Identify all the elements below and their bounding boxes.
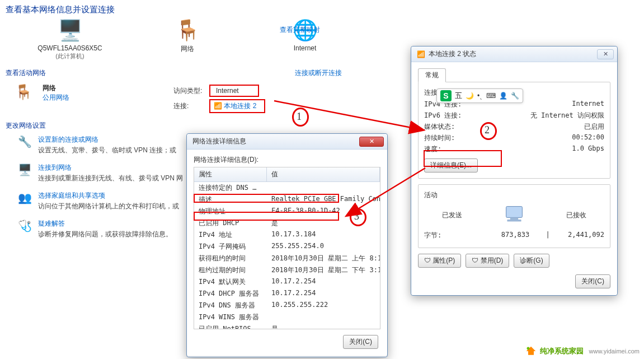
table-row[interactable]: IPv4 DHCP 服务器10.17.2.254 xyxy=(194,288,380,300)
prop-cell: 已启用 DHCP xyxy=(194,217,267,229)
computer-icon: 🖥️ xyxy=(57,18,83,42)
table-row[interactable]: 获得租约的时间2018年10月30日 星期二 上午 8:1 xyxy=(194,253,380,264)
val-cell: 10.17.2.254 xyxy=(267,276,380,288)
device-this-computer: 🖥️ Q5WFL15AA0S6X5C (此计算机) xyxy=(34,18,106,60)
activity-group-label: 活动 xyxy=(424,190,604,200)
active-net-name: 网络 xyxy=(43,83,166,93)
view-full-map-link[interactable]: 查看完整映射 xyxy=(280,25,320,35)
status-close-x[interactable]: ✕ xyxy=(597,49,614,59)
bytes-label: 字节: xyxy=(424,231,491,240)
device-network: 🪑 网络 xyxy=(151,18,224,60)
option-icon: 🩺 xyxy=(17,219,32,232)
table-row[interactable]: IPv4 WINS 服务器 xyxy=(194,311,380,323)
tab-general[interactable]: 常规 xyxy=(418,68,446,82)
media-label: 媒体状态: xyxy=(424,122,491,132)
val-cell xyxy=(267,182,380,194)
internet-label: Internet xyxy=(269,44,341,52)
details-table[interactable]: 属性 值 连接特定的 DNS 后缀描述Realtek PCIe GBE Fami… xyxy=(194,167,380,329)
option-link[interactable]: 连接到网络 xyxy=(38,164,72,171)
recv-label: 已接收 xyxy=(548,211,604,220)
status-dialog: 📶 本地连接 2 状态 ✕ 常规 连接 IPv4 连接:Internet IPv… xyxy=(411,46,618,296)
prop-cell: 租约过期的时间 xyxy=(194,264,267,276)
page-title: 查看基本网络信息并设置连接 xyxy=(0,0,644,18)
sent-label: 已发送 xyxy=(424,211,480,220)
option-desc: 连接到或重新连接到无线、有线、拨号或 VPN 网 xyxy=(38,174,183,183)
option-icon: 🔧 xyxy=(17,135,32,148)
val-cell: 是 xyxy=(267,217,380,229)
connect-disconnect-link[interactable]: 连接或断开连接 xyxy=(295,68,342,78)
table-row[interactable]: 租约过期的时间2018年10月30日 星期二 下午 3:1 xyxy=(194,264,380,276)
ime-toolbar[interactable]: S 五 🌙 •ˎ ⌨ 👤 🔧 xyxy=(436,88,523,103)
ipv6-label: IPv6 连接: xyxy=(424,111,491,120)
option-link[interactable]: 疑难解答 xyxy=(38,220,65,227)
option-desc: 设置无线、宽带、拨号、临时或 VPN 连接；或 xyxy=(38,146,176,155)
duration-value: 00:52:00 xyxy=(491,133,604,143)
annotation-3: 3 xyxy=(354,211,359,222)
diagnose-button[interactable]: 诊断(G) xyxy=(514,254,549,268)
val-cell: F4-8E-38-B0-1D-42 xyxy=(267,206,380,217)
table-row[interactable]: IPv4 地址10.17.3.184 xyxy=(194,229,380,241)
ime-logo-icon: S xyxy=(440,90,452,101)
ipv6-value: 无 Internet 访问权限 xyxy=(491,111,604,120)
table-row[interactable]: IPv4 默认网关10.17.2.254 xyxy=(194,276,380,288)
prop-cell: IPv4 DHCP 服务器 xyxy=(194,288,267,300)
col-property[interactable]: 属性 xyxy=(194,167,267,181)
details-label: 网络连接详细信息(D): xyxy=(194,155,380,165)
val-cell xyxy=(267,311,380,323)
table-row[interactable]: 描述Realtek PCIe GBE Family Contro xyxy=(194,194,380,206)
network-icon: 🪑 xyxy=(174,18,201,42)
watermark-text: 纯净系统家园 xyxy=(540,346,584,356)
option-desc: 访问位于其他网络计算机上的文件和打印机，或 xyxy=(38,202,179,211)
keyboard-icon[interactable]: ⌨ xyxy=(486,92,496,100)
wrench-icon[interactable]: 🔧 xyxy=(511,92,519,100)
details-close-x[interactable]: ✕ xyxy=(359,137,384,147)
watermark-icon xyxy=(525,346,537,357)
speed-label: 速度: xyxy=(424,144,491,154)
val-cell: 10.17.3.184 xyxy=(267,229,380,241)
table-row[interactable]: 物理地址F4-8E-38-B0-1D-42 xyxy=(194,206,380,217)
view-active-networks-label: 查看活动网络 xyxy=(6,68,46,78)
table-row[interactable]: 已启用 DHCP是 xyxy=(194,217,380,229)
annotation-2: 2 xyxy=(485,124,490,136)
bytes-sent: 873,833 xyxy=(491,231,539,240)
access-type-label: 访问类型: xyxy=(173,86,207,96)
connection-link[interactable]: 本地连接 2 xyxy=(224,102,256,110)
svg-rect-1 xyxy=(510,217,518,220)
option-link[interactable]: 设置新的连接或网络 xyxy=(38,136,98,143)
col-value[interactable]: 值 xyxy=(267,167,380,181)
media-value: 已启用 xyxy=(491,122,604,132)
person-icon[interactable]: 👤 xyxy=(499,92,507,100)
moon-icon[interactable]: 🌙 xyxy=(466,92,474,100)
val-cell: Realtek PCIe GBE Family Contro xyxy=(267,194,380,206)
network-category-link[interactable]: 公用网络 xyxy=(43,94,69,101)
speed-value: 1.0 Gbps xyxy=(491,144,604,154)
network-label: 网络 xyxy=(151,44,224,54)
table-row[interactable]: IPv4 DNS 服务器10.255.255.222 xyxy=(194,300,380,311)
prop-cell: 描述 xyxy=(194,194,267,206)
details-close-button[interactable]: 关闭(C) xyxy=(343,335,378,349)
table-row[interactable]: IPv4 子网掩码255.255.254.0 xyxy=(194,241,380,253)
details-dialog: 网络连接详细信息 ✕ 网络连接详细信息(D): 属性 值 连接特定的 DNS 后… xyxy=(186,133,388,357)
disable-button[interactable]: 🛡 禁用(D) xyxy=(466,254,509,268)
prop-cell: 物理地址 xyxy=(194,206,267,217)
details-button[interactable]: 详细信息(E)... xyxy=(424,158,478,172)
watermark: 纯净系统家园 www.yidaimei.com xyxy=(525,346,640,357)
properties-button[interactable]: 🛡 属性(P) xyxy=(418,254,461,268)
access-type-value: Internet xyxy=(216,87,239,95)
dot-icon[interactable]: •ˎ xyxy=(477,92,483,100)
option-icon: 🖥️ xyxy=(17,163,32,176)
option-link[interactable]: 选择家庭组和共享选项 xyxy=(38,192,105,199)
details-dialog-title: 网络连接详细信息 xyxy=(192,137,359,146)
option-desc: 诊断并修复网络问题，或获得故障排除信息。 xyxy=(38,230,172,239)
val-cell: 10.255.255.222 xyxy=(267,300,380,311)
activity-icon xyxy=(502,204,527,226)
active-net-props: 访问类型: Internet 连接: 📶 本地连接 2 xyxy=(173,83,265,114)
status-close-button[interactable]: 关闭(C) xyxy=(575,274,610,288)
svg-rect-2 xyxy=(507,220,521,222)
prop-cell: IPv4 WINS 服务器 xyxy=(194,311,267,323)
annotation-1: 1 xyxy=(297,111,302,123)
ime-mode[interactable]: 五 xyxy=(455,91,462,101)
table-row[interactable]: 已启用 NetBIOS ove...是 xyxy=(194,323,380,329)
prop-cell: 获得租约的时间 xyxy=(194,253,267,264)
table-row[interactable]: 连接特定的 DNS 后缀 xyxy=(194,182,380,194)
